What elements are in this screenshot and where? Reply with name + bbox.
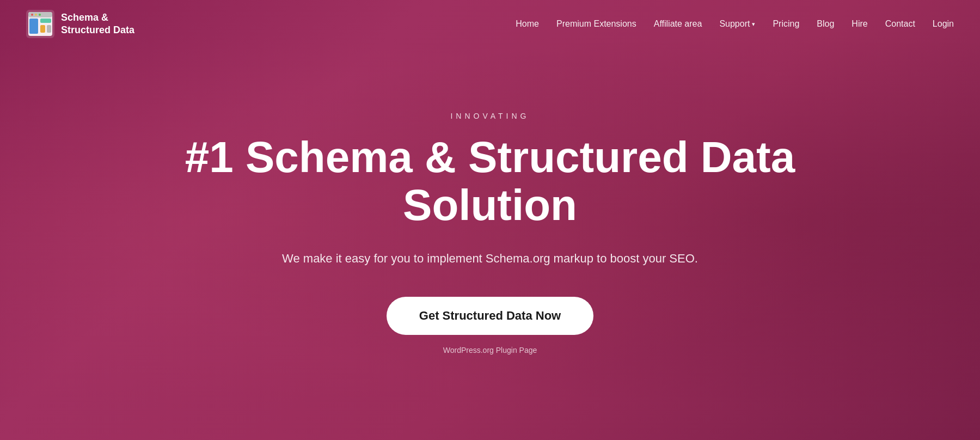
svg-point-3 [31,14,33,16]
hero-section: Schema & Structured Data Home Premium Ex… [0,0,980,440]
wordpress-plugin-link[interactable]: WordPress.org Plugin Page [443,346,537,355]
cta-button[interactable]: Get Structured Data Now [387,297,593,335]
svg-point-5 [39,14,41,16]
svg-rect-7 [40,19,51,23]
hero-eyebrow: INNOVATING [450,112,529,120]
hero-content: INNOVATING #1 Schema & Structured Data S… [0,26,980,440]
hero-title: #1 Schema & Structured Data Solution [163,133,817,229]
hero-subtitle: We make it easy for you to implement Sch… [282,249,698,268]
svg-point-4 [35,14,37,16]
